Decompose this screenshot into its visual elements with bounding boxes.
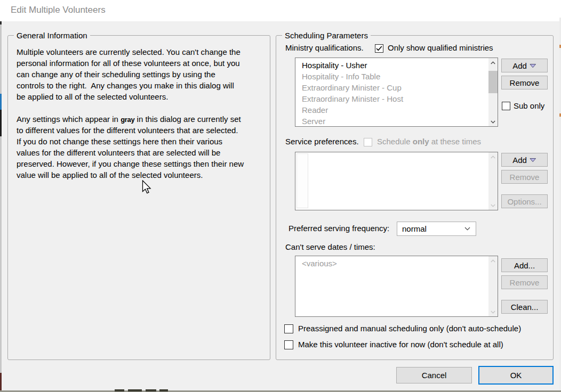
schedule-pre: Schedule [377, 137, 413, 146]
frequency-dropdown[interactable]: normal [397, 222, 476, 236]
cant-serve-list[interactable]: <various> [295, 256, 498, 317]
gray-emphasis: gray [121, 116, 134, 124]
scroll-down-icon [488, 201, 498, 210]
background-window-text-fragment [115, 389, 124, 391]
cant-serve-label: Can't serve dates / times: [285, 242, 375, 251]
background-window-sliver-left-blue [0, 94, 2, 110]
only-show-qualified-checkbox[interactable] [375, 44, 383, 53]
cant-serve-scrollbar [488, 256, 498, 316]
ministry-remove-button[interactable]: Remove [501, 76, 548, 89]
scroll-up-icon [488, 152, 498, 161]
scheduling-parameters-legend: Scheduling Parameters [282, 30, 371, 40]
service-preferences-label: Service preferences. [285, 137, 359, 146]
para2-pre: Any settings which appear in [17, 115, 121, 124]
scroll-up-icon [488, 256, 498, 265]
list-item[interactable]: <various> [302, 258, 487, 269]
scroll-down-icon[interactable] [488, 117, 498, 126]
chevron-down-icon [464, 227, 470, 231]
general-info-paragraph-2: Any settings which appear in gray in thi… [17, 113, 269, 181]
cancel-button[interactable]: Cancel [396, 367, 472, 383]
dialog-title: Edit Multiple Volunteers [11, 5, 106, 15]
list-item[interactable]: Hospitality - Info Table [302, 71, 487, 82]
ok-label: OK [510, 371, 522, 380]
background-window-text-fragment [146, 389, 156, 391]
schedule-only-checkbox[interactable] [364, 138, 372, 146]
background-window-sliver-left-red [0, 373, 2, 390]
dropdown-triangle-icon [530, 63, 536, 68]
para2-line: If you do not change these settings here… [17, 136, 269, 147]
para2-line: Any settings which appear in gray in thi… [17, 113, 269, 125]
background-window-sliver-left [0, 17, 2, 392]
para2-line: to different values for the different vo… [17, 125, 269, 136]
para1-line: be applied to all of the selected volunt… [17, 91, 267, 102]
ministry-qualifications-list[interactable]: Hospitality - Usher Hospitality - Info T… [295, 58, 498, 127]
service-remove-label: Remove [510, 173, 540, 182]
preassigned-checkbox[interactable] [284, 324, 293, 333]
schedule-only-label: Schedule only at these times [377, 137, 481, 146]
ministry-qualifications-label: Ministry qualifications. [285, 43, 364, 52]
para2-line: values for the different volunteers that… [17, 147, 269, 158]
scroll-up-icon[interactable] [488, 58, 498, 67]
service-list-scrollbar [488, 152, 498, 210]
service-options-label: Options... [507, 197, 541, 206]
preferred-frequency-label: Preferred serving frequency: [288, 224, 389, 233]
background-window-text-fragment [159, 389, 168, 391]
checkmark-icon [376, 46, 382, 51]
general-info-paragraph-1: Multiple volunteers are currently select… [17, 46, 267, 102]
para1-line: personal information for all of these vo… [17, 58, 267, 69]
general-information-group: General Information Multiple volunteers … [7, 35, 270, 360]
cant-serve-items: <various> [302, 258, 487, 269]
list-item[interactable]: Extraordinary Minister - Host [302, 93, 487, 104]
background-window-sliver-left-dark2 [0, 110, 2, 136]
edit-multiple-volunteers-dialog: { "window": { "title": "Edit Multiple Vo… [0, 0, 561, 392]
cant-serve-clean-button[interactable]: Clean... [501, 300, 548, 314]
schedule-only-emphasis: only [413, 137, 429, 146]
service-preferences-list[interactable] [295, 152, 498, 210]
cant-serve-clean-label: Clean... [511, 303, 539, 312]
para1-line: Multiple volunteers are currently select… [17, 46, 267, 58]
list-item[interactable]: Hospitality - Usher [302, 60, 487, 71]
mouse-cursor-icon [142, 180, 153, 195]
general-information-legend: General Information [14, 30, 90, 40]
scrollbar-thumb[interactable] [488, 71, 498, 93]
dropdown-triangle-icon [530, 158, 536, 162]
para2-line: preserved. However, if you change these … [17, 158, 269, 169]
sub-only-checkbox[interactable] [502, 102, 510, 110]
list-item[interactable]: Reader [302, 104, 487, 116]
scroll-down-icon [488, 307, 498, 316]
cant-serve-remove-button: Remove [501, 275, 548, 289]
background-window-text-fragment [128, 389, 142, 391]
cant-serve-add-label: Add... [514, 261, 535, 270]
ok-button[interactable]: OK [478, 366, 554, 385]
service-add-button[interactable]: Add [501, 153, 548, 167]
frequency-value: normal [402, 224, 427, 233]
service-add-label: Add [512, 156, 527, 165]
para1-line: can change any of their scheduling setti… [17, 69, 267, 80]
para2-line: value will be applied to all of the sele… [17, 169, 269, 181]
ministry-remove-label: Remove [510, 78, 540, 87]
ministry-list-items: Hospitality - Usher Hospitality - Info T… [302, 60, 487, 127]
ministry-add-button[interactable]: Add [501, 59, 548, 72]
inactive-label: Make this volunteer inactive for now (do… [298, 340, 503, 349]
cant-serve-add-button[interactable]: Add... [501, 258, 548, 272]
ministry-list-scrollbar[interactable] [488, 58, 498, 126]
schedule-post: at these times [429, 137, 482, 146]
ministry-add-label: Add [512, 61, 527, 70]
sub-only-label: Sub only [514, 101, 544, 110]
cant-serve-remove-label: Remove [510, 278, 540, 287]
para2-post: in this dialog are currently set [134, 115, 241, 124]
para1-line: controls to the right. Any changes you m… [17, 80, 267, 91]
cancel-label: Cancel [422, 371, 447, 380]
inactive-checkbox[interactable] [284, 340, 293, 349]
list-item[interactable]: Server [302, 116, 487, 127]
service-options-button: Options... [501, 194, 548, 208]
dialog-titlebar: Edit Multiple Volunteers [0, 0, 561, 21]
only-show-qualified-label: Only show qualified ministries [388, 43, 493, 52]
list-item[interactable]: Extraordinary Minister - Cup [302, 82, 487, 93]
service-list-column [296, 153, 308, 208]
preassigned-label: Preassigned and manual scheduling only (… [298, 324, 521, 333]
service-remove-button: Remove [501, 170, 548, 184]
